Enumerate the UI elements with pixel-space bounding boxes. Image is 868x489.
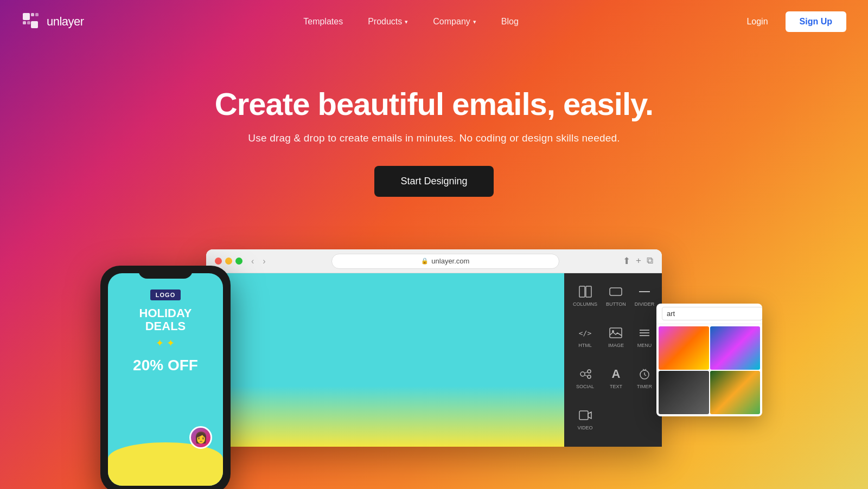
video-icon <box>578 408 593 423</box>
image-thumb-1[interactable] <box>659 326 709 370</box>
panel-text[interactable]: A TEXT <box>604 362 628 399</box>
image-thumb-2[interactable] <box>710 326 761 370</box>
chevron-down-icon: ▾ <box>473 18 476 25</box>
svg-line-18 <box>585 372 588 373</box>
hero-subtitle: Use drag & drop to create emails in minu… <box>0 132 868 144</box>
browser-dots <box>215 258 242 265</box>
panel-menu[interactable]: MENU <box>633 321 657 358</box>
svg-point-16 <box>588 370 591 373</box>
main-nav: Templates Products ▾ Company ▾ Blog <box>84 12 738 31</box>
logo-icon <box>22 12 41 31</box>
panel-video[interactable]: VIDEO <box>571 403 599 440</box>
minimize-dot[interactable] <box>225 258 232 265</box>
auth-area: Login Sign Up <box>738 11 846 32</box>
text-label: TEXT <box>610 384 622 389</box>
image-search-panel: × <box>656 304 762 416</box>
timer-label: TIMER <box>637 384 652 389</box>
image-search-bar: × <box>656 304 762 324</box>
decorative-stars: ✦ ✦ <box>156 337 175 349</box>
timer-icon <box>637 366 652 382</box>
url-text: unlayer.com <box>431 257 469 265</box>
menu-icon <box>637 325 652 340</box>
image-thumb-3[interactable] <box>659 371 709 414</box>
tabs-icon[interactable]: ⧉ <box>647 255 653 267</box>
svg-line-24 <box>644 375 646 376</box>
browser-content: COLUMNS BUTTON DIVIDER </> HTML <box>206 273 662 447</box>
phone-outer: LOGO HOLIDAY DEALS ✦ ✦ 20% OFF 👩 <box>100 266 231 489</box>
html-label: HTML <box>578 343 592 348</box>
svg-rect-2 <box>35 13 39 16</box>
back-icon[interactable]: ‹ <box>249 255 256 267</box>
svg-point-17 <box>588 375 591 378</box>
nav-company[interactable]: Company ▾ <box>423 12 486 31</box>
svg-rect-0 <box>23 13 30 20</box>
phone-logo: LOGO <box>150 289 181 300</box>
social-icon <box>578 366 593 382</box>
header: unlayer Templates Products ▾ Company ▾ B… <box>0 0 868 43</box>
browser-mockup: ‹ › 🔒 unlayer.com ⬆ + ⧉ COLUMNS <box>206 249 662 447</box>
panel-button[interactable]: BUTTON <box>604 280 628 317</box>
browser-nav: ‹ › <box>249 255 268 267</box>
button-label: BUTTON <box>606 301 626 307</box>
panel-divider[interactable]: DIVIDER <box>633 280 657 317</box>
email-preview <box>206 273 564 447</box>
phone-notch <box>138 266 193 279</box>
nav-products[interactable]: Products ▾ <box>358 12 418 31</box>
svg-rect-8 <box>610 288 622 295</box>
image-search-input[interactable] <box>662 307 762 320</box>
browser-url-bar[interactable]: 🔒 unlayer.com <box>331 254 559 269</box>
forward-icon[interactable]: › <box>260 255 267 267</box>
panel-columns[interactable]: COLUMNS <box>571 280 599 317</box>
svg-rect-7 <box>586 286 591 297</box>
image-label: IMAGE <box>608 343 624 348</box>
login-button[interactable]: Login <box>738 12 776 31</box>
browser-toolbar: ‹ › 🔒 unlayer.com ⬆ + ⧉ <box>206 249 662 273</box>
panel-timer[interactable]: TIMER <box>633 362 657 399</box>
nav-blog[interactable]: Blog <box>492 12 528 31</box>
svg-rect-10 <box>610 328 622 338</box>
divider-label: DIVIDER <box>635 301 655 307</box>
chevron-down-icon: ▾ <box>405 18 408 25</box>
phone-avatar: 👩 <box>189 426 212 449</box>
svg-rect-3 <box>23 21 26 24</box>
columns-label: COLUMNS <box>573 301 597 307</box>
email-preview-inner <box>206 273 564 447</box>
new-tab-icon[interactable]: + <box>636 255 641 267</box>
hero-content: Create beautiful emails, easily. Use dra… <box>0 87 868 197</box>
svg-rect-4 <box>27 21 30 24</box>
logo-area[interactable]: unlayer <box>22 12 84 31</box>
html-icon: </> <box>578 325 593 340</box>
svg-rect-25 <box>579 411 588 420</box>
browser-actions: ⬆ + ⧉ <box>623 255 653 267</box>
panel-image[interactable]: IMAGE <box>604 321 628 358</box>
brand-name: unlayer <box>47 15 84 29</box>
svg-rect-1 <box>31 13 34 16</box>
image-thumb-4[interactable] <box>710 371 761 414</box>
text-icon: A <box>608 366 623 382</box>
image-grid <box>656 324 762 416</box>
nav-templates[interactable]: Templates <box>293 12 353 31</box>
phone-discount: 20% OFF <box>133 357 198 374</box>
lock-icon: 🔒 <box>421 258 429 265</box>
phone-screen: LOGO HOLIDAY DEALS ✦ ✦ 20% OFF 👩 <box>108 273 223 486</box>
menu-label: MENU <box>637 343 652 348</box>
maximize-dot[interactable] <box>235 258 242 265</box>
svg-line-19 <box>585 375 588 376</box>
button-icon <box>608 284 623 299</box>
share-icon[interactable]: ⬆ <box>623 255 630 267</box>
phone-mockup: LOGO HOLIDAY DEALS ✦ ✦ 20% OFF 👩 <box>100 266 231 489</box>
social-label: SOCIAL <box>576 384 594 389</box>
columns-icon <box>578 284 593 299</box>
editor-sidebar: COLUMNS BUTTON DIVIDER </> HTML <box>564 273 662 447</box>
video-label: VIDEO <box>578 425 593 430</box>
panel-social[interactable]: SOCIAL <box>571 362 599 399</box>
cta-button[interactable]: Start Designing <box>374 166 493 197</box>
phone-headline: HOLIDAY DEALS <box>139 307 192 333</box>
close-dot[interactable] <box>215 258 222 265</box>
panel-html[interactable]: </> HTML <box>571 321 599 358</box>
svg-rect-5 <box>31 21 38 28</box>
svg-point-15 <box>580 372 585 376</box>
hero-title: Create beautiful emails, easily. <box>0 87 868 121</box>
image-icon <box>608 325 623 340</box>
signup-button[interactable]: Sign Up <box>786 11 846 32</box>
